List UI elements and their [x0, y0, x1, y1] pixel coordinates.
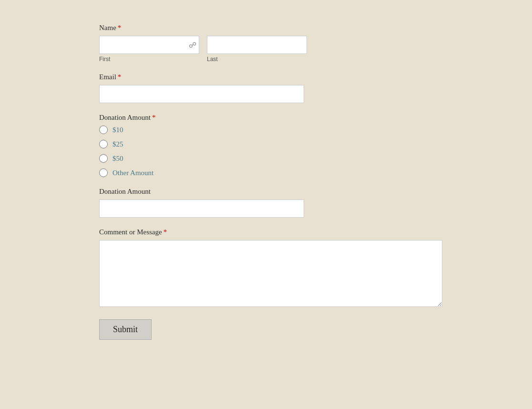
last-label: Last [207, 56, 307, 63]
email-label: Email* [99, 73, 433, 81]
first-name-wrap: ☍ First [99, 36, 199, 63]
radio-label-25: $25 [113, 140, 123, 148]
donation-amount-field-label-text: Donation Amount [99, 188, 151, 195]
radio-option-50[interactable]: $50 [99, 154, 433, 163]
donation-amount-text-group: Donation Amount [99, 188, 433, 218]
first-name-container: ☍ [99, 36, 199, 54]
email-group: Email* [99, 73, 433, 103]
donation-required-star: * [152, 114, 156, 121]
radio-option-other[interactable]: Other Amount [99, 168, 433, 177]
submit-button[interactable]: Submit [99, 319, 152, 340]
name-label-text: Name [99, 24, 116, 31]
radio-label-other: Other Amount [113, 169, 153, 177]
email-required-star: * [118, 73, 122, 81]
radio-label-50: $50 [113, 155, 123, 163]
comment-textarea[interactable] [99, 240, 442, 307]
radio-option-25[interactable]: $25 [99, 140, 433, 148]
radio-other[interactable] [99, 168, 108, 177]
first-label: First [99, 56, 199, 63]
donation-amount-label-text: Donation Amount [99, 114, 151, 121]
comment-group: Comment or Message* [99, 228, 433, 309]
name-label: Name* [99, 24, 433, 32]
name-row: ☍ First Last [99, 36, 433, 63]
comment-label: Comment or Message* [99, 228, 433, 236]
radio-label-10: $10 [113, 126, 123, 134]
last-name-wrap: Last [207, 36, 307, 63]
form-container: Name* ☍ First Last Email* Donation Amoun… [80, 14, 452, 399]
first-name-input[interactable] [99, 36, 199, 54]
comment-label-text: Comment or Message [99, 228, 162, 236]
email-input[interactable] [99, 85, 304, 103]
name-group: Name* ☍ First Last [99, 24, 433, 63]
name-required-star: * [118, 24, 122, 31]
donation-options: $10 $25 $50 Other Amount [99, 126, 433, 177]
comment-required-star: * [164, 228, 167, 236]
radio-10[interactable] [99, 126, 108, 134]
radio-option-10[interactable]: $10 [99, 126, 433, 134]
radio-25[interactable] [99, 140, 108, 148]
donation-amount-input[interactable] [99, 199, 304, 218]
submit-group: Submit [99, 319, 433, 340]
donation-amount-text-label: Donation Amount [99, 188, 433, 196]
email-label-text: Email [99, 73, 116, 81]
last-name-input[interactable] [207, 36, 307, 54]
donation-amount-label: Donation Amount* [99, 114, 433, 122]
donation-radio-group: Donation Amount* $10 $25 $50 Other Amoun… [99, 114, 433, 177]
radio-50[interactable] [99, 154, 108, 163]
